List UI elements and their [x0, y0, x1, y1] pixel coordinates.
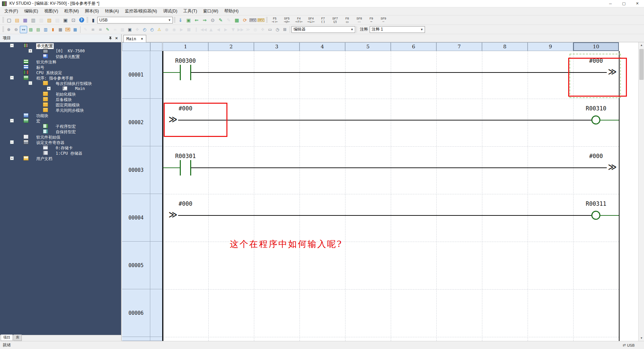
tree-item-17[interactable]: 自保持型宏: [0, 129, 121, 134]
zoom-out-icon[interactable]: ⊖: [12, 26, 20, 33]
plc-transfer-icon[interactable]: ▣: [184, 16, 193, 24]
new-project-icon[interactable]: ▢: [5, 16, 13, 24]
rung-number-cell[interactable]: 00006: [122, 289, 150, 337]
menu-D[interactable]: 调试(D): [160, 7, 180, 15]
split-window-bottom-icon[interactable]: ▥: [42, 26, 49, 33]
fkey-f9-button[interactable]: F9─: [366, 16, 377, 24]
contact-bar-left[interactable]: [180, 65, 181, 80]
column-header-8[interactable]: 8: [482, 42, 528, 51]
column-header-6[interactable]: 6: [391, 42, 436, 51]
import-file-icon[interactable]: ▧: [45, 16, 53, 24]
output-coil[interactable]: [591, 211, 600, 220]
scroll-up-icon[interactable]: ▲: [639, 42, 644, 48]
wrap-continue-icon[interactable]: ≫: [606, 162, 618, 172]
rung-number-cell[interactable]: 00003: [122, 146, 150, 194]
fit-width-icon[interactable]: ↔: [20, 26, 27, 33]
pin-icon[interactable]: [109, 36, 112, 40]
column-header-5[interactable]: 5: [345, 42, 391, 51]
column-header-4[interactable]: 4: [300, 42, 345, 51]
scrollbar-thumb[interactable]: [639, 49, 644, 80]
communication-unit-icon[interactable]: ▮: [89, 16, 97, 24]
print-icon[interactable]: ▣: [61, 16, 69, 24]
tree-expander-plus-icon[interactable]: +: [10, 156, 14, 160]
monitor-table-icon[interactable]: ▦: [233, 16, 241, 24]
fkey-f5-button[interactable]: F5⊣ ⊢: [269, 16, 280, 24]
instruction-reference-icon[interactable]: ▮: [49, 26, 57, 33]
minimize-button[interactable]: ─: [604, 0, 617, 7]
tree-expander-minus-icon[interactable]: −: [10, 44, 14, 47]
panel-tab-project[interactable]: 项目: [1, 335, 13, 341]
tree-item-19[interactable]: −设定文件寄存器: [0, 140, 121, 145]
fkey-f8-button[interactable]: F8▭: [341, 16, 353, 24]
menu-H[interactable]: 帮助(H): [221, 7, 241, 15]
menu-V[interactable]: 视图(V): [41, 7, 61, 15]
zoom-in-icon[interactable]: ⊕: [5, 26, 12, 33]
error-monitor-icon[interactable]: ⚠: [156, 26, 163, 33]
tree-item-8[interactable]: −每次扫描执行型模块: [0, 81, 121, 86]
tree-item-18[interactable]: 软元件初始值: [0, 134, 121, 140]
stopwatch-set-icon[interactable]: ◴: [141, 26, 148, 33]
tree-expander-plus-icon[interactable]: +: [29, 49, 32, 53]
tree-item-12[interactable]: 固定周期模块: [0, 102, 121, 107]
rung-number-cell[interactable]: 00001: [122, 51, 150, 99]
online-edit-start-icon[interactable]: ✎: [217, 16, 225, 24]
comm-port-combo[interactable]: USB▼: [97, 17, 173, 23]
dev-window-icon[interactable]: DEV: [257, 16, 265, 24]
read-from-plc-icon[interactable]: ⇐: [193, 16, 201, 24]
vertical-scrollbar[interactable]: ▲▼: [638, 42, 644, 341]
device-usage-list-icon[interactable]: ▦: [57, 26, 64, 33]
batch-monitor-icon[interactable]: ▦: [71, 26, 79, 33]
device-monitor-16-icon[interactable]: 16: [64, 26, 71, 33]
menu-A[interactable]: 转换(A): [102, 7, 122, 15]
rung-number-cell[interactable]: 00004: [122, 194, 150, 242]
comm-settings-icon[interactable]: ⇓: [176, 16, 184, 24]
tree-item-7[interactable]: −程序: 指令参考手册: [0, 75, 121, 81]
tree-expander-minus-icon[interactable]: −: [10, 76, 14, 80]
column-header-7[interactable]: 7: [436, 42, 482, 51]
tree-item-10[interactable]: 初始化模块: [0, 91, 121, 97]
panel-tab-library[interactable]: 库: [13, 335, 22, 341]
maximize-button[interactable]: ▢: [617, 0, 631, 7]
tree-item-2[interactable]: +[0] KV-7500: [0, 48, 121, 54]
save-ladder-icon[interactable]: ▥: [29, 16, 37, 24]
split-window-top-icon[interactable]: ▤: [35, 26, 42, 33]
write-to-plc-icon[interactable]: ⇒: [201, 16, 209, 24]
simulator-icon[interactable]: ⟳: [241, 16, 249, 24]
tree-item-16[interactable]: 子程序型宏: [0, 123, 121, 129]
panel-close-icon[interactable]: ×: [115, 36, 118, 41]
menu-M[interactable]: 程序(M): [61, 7, 82, 15]
column-header-9[interactable]: 9: [528, 42, 573, 51]
comment-set-combo[interactable]: 注释 1▼: [370, 26, 425, 33]
tree-item-4[interactable]: 软元件注释: [0, 59, 121, 64]
tree-item-20[interactable]: 0:存储卡: [0, 145, 121, 150]
menu-T[interactable]: 工具(T): [180, 7, 200, 15]
tree-item-9[interactable]: +Main: [0, 86, 121, 91]
print-preview-icon[interactable]: ⊡: [69, 16, 77, 24]
menu-S[interactable]: 脚本(S): [82, 7, 102, 15]
output-coil[interactable]: [591, 115, 600, 124]
tree-item-6[interactable]: CPU 系统设定: [0, 70, 121, 75]
open-project-icon[interactable]: ▤: [13, 16, 21, 24]
stopwatch-add-icon[interactable]: ◴: [148, 26, 156, 33]
plc-write-pen-icon[interactable]: ▣: [126, 26, 133, 33]
column-header-2[interactable]: 2: [208, 42, 254, 51]
fkey-sf9-button[interactable]: SF9┄: [378, 16, 389, 24]
menu-W[interactable]: 窗口(W): [200, 7, 221, 15]
contact-bar-left[interactable]: [180, 160, 181, 176]
save-project-icon[interactable]: ▦: [21, 16, 29, 24]
fkey-f4-button[interactable]: F4⊣↑⊢: [293, 16, 305, 24]
monitor-screen-icon[interactable]: ▭: [266, 26, 274, 33]
online-edit-pen-icon[interactable]: ✎: [104, 26, 111, 33]
watch-window-2-icon[interactable]: ≡: [97, 26, 104, 33]
tab-main[interactable]: Main ×: [123, 35, 146, 42]
tree-item-5[interactable]: 标号: [0, 64, 121, 70]
tree-expander-minus-icon[interactable]: −: [29, 81, 32, 85]
tree-item-21[interactable]: 1:CPU 存储器: [0, 150, 121, 156]
watch-window-1-icon[interactable]: ≡: [89, 26, 97, 33]
verify-plc-icon[interactable]: ⊙: [209, 16, 217, 24]
column-header-1[interactable]: 1: [163, 42, 208, 51]
tab-close-icon[interactable]: ×: [141, 37, 143, 41]
clock-1200-icon[interactable]: ⊞: [281, 26, 288, 33]
ladder-window-icon[interactable]: ▤: [27, 26, 35, 33]
fkey-f7-button[interactable]: F7( ): [317, 16, 329, 24]
